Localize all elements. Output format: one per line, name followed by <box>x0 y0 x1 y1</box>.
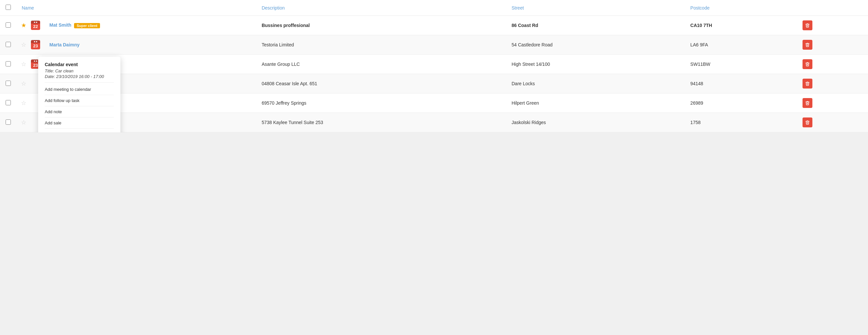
delete-button[interactable] <box>803 79 812 89</box>
row-street-cell: Jaskolski Ridges <box>506 113 685 132</box>
row-checkbox-cell <box>0 113 17 132</box>
delete-button[interactable] <box>803 40 812 50</box>
row-description-cell: 69570 Jeffrey Springs <box>256 93 506 113</box>
row-postcode-cell: LA6 9FA <box>685 35 797 55</box>
row-checkbox[interactable] <box>6 61 11 66</box>
contact-badge: Super client <box>74 23 100 28</box>
popup-action-add-invoice[interactable]: Add invoice <box>45 129 114 132</box>
row-delete-cell <box>797 16 868 35</box>
row-checkbox[interactable] <box>6 119 11 125</box>
row-street-cell: Hilpert Green <box>506 93 685 113</box>
row-checkbox[interactable] <box>6 81 11 86</box>
table-row: ☆5738 Kaylee Tunnel Suite 253Jaskolski R… <box>0 113 868 132</box>
row-postcode-cell: 94148 <box>685 74 797 93</box>
row-postcode-cell: SW11BW <box>685 55 797 74</box>
star-icon[interactable]: ★ <box>21 22 26 29</box>
select-all-checkbox[interactable] <box>6 5 11 10</box>
row-name-cell: Mat SmithSuper client <box>44 16 256 35</box>
row-description-cell: Bussines proffesional <box>256 16 506 35</box>
row-postcode-cell: 1758 <box>685 113 797 132</box>
star-icon[interactable]: ☆ <box>21 119 26 126</box>
row-description-cell: Testoria Limited <box>256 35 506 55</box>
row-checkbox[interactable] <box>6 22 11 28</box>
star-icon[interactable]: ☆ <box>21 61 26 67</box>
row-delete-cell <box>797 93 868 113</box>
row-checkbox[interactable] <box>6 42 11 47</box>
popup-divider <box>45 82 114 83</box>
delete-button[interactable] <box>803 118 812 127</box>
header-actions <box>797 0 868 16</box>
calendar-icon[interactable]: ■ ■23 <box>31 40 40 49</box>
row-star-cell: ☆ <box>17 74 30 93</box>
star-icon[interactable]: ☆ <box>21 100 26 106</box>
popup-action-add-follow-up-task[interactable]: Add follow up task <box>45 95 114 106</box>
popup-date-label: Date: <box>45 74 55 79</box>
row-postcode-cell: 26989 <box>685 93 797 113</box>
contact-name-link[interactable]: Mat Smith <box>49 22 71 28</box>
row-description-cell: 04808 Ceasar Isle Apt. 651 <box>256 74 506 93</box>
row-star-cell: ★ <box>17 16 30 35</box>
row-checkbox-cell <box>0 16 17 35</box>
row-checkbox-cell <box>0 93 17 113</box>
popup-actions-list: Add meeting to calendarAdd follow up tas… <box>45 84 114 132</box>
header-checkbox-cell <box>0 0 17 16</box>
popup-title: Calendar event <box>45 62 114 67</box>
popup-title-label: Title: <box>45 68 54 73</box>
row-delete-cell <box>797 55 868 74</box>
row-checkbox-cell <box>0 74 17 93</box>
row-street-cell: Dare Locks <box>506 74 685 93</box>
delete-button[interactable] <box>803 21 812 30</box>
row-street-cell: 54 Castledore Road <box>506 35 685 55</box>
popup-event-title-line: Title: Car clean <box>45 68 114 73</box>
star-icon[interactable]: ☆ <box>21 41 26 48</box>
calendar-icon[interactable]: ■ ■22 <box>31 21 40 30</box>
popup-title-value: Car clean <box>55 68 74 73</box>
popup-action-add-note[interactable]: Add note <box>45 106 114 118</box>
row-checkbox-cell <box>0 35 17 55</box>
row-street-cell: 86 Coast Rd <box>506 16 685 35</box>
row-star-cell: ☆ <box>17 55 30 74</box>
header-name: Name <box>17 0 256 16</box>
popup-date-value: 23/10/2019 16:00 - 17:00 <box>56 74 104 79</box>
row-delete-cell <box>797 113 868 132</box>
row-star-cell: ☆ <box>17 35 30 55</box>
row-postcode-cell: CA10 7TH <box>685 16 797 35</box>
row-calendar-cell: ■ ■22 <box>30 16 44 35</box>
popup-event-date-line: Date: 23/10/2019 16:00 - 17:00 <box>45 74 114 79</box>
header-street: Street <box>506 0 685 16</box>
row-delete-cell <box>797 35 868 55</box>
row-star-cell: ☆ <box>17 113 30 132</box>
delete-button[interactable] <box>803 59 812 69</box>
row-calendar-cell: ■ ■23 <box>30 35 44 55</box>
row-checkbox-cell <box>0 55 17 74</box>
row-description-cell: Asante Group LLC <box>256 55 506 74</box>
delete-button[interactable] <box>803 98 812 108</box>
row-checkbox[interactable] <box>6 100 11 105</box>
header-postcode: Postcode <box>685 0 797 16</box>
table-row: ★■ ■22Mat SmithSuper clientBussines prof… <box>0 16 868 35</box>
row-description-cell: 5738 Kaylee Tunnel Suite 253 <box>256 113 506 132</box>
table-row: ☆04808 Ceasar Isle Apt. 651Dare Locks941… <box>0 74 868 93</box>
row-star-cell: ☆ <box>17 93 30 113</box>
popup-action-add-meeting-to-calendar[interactable]: Add meeting to calendar <box>45 84 114 95</box>
contacts-table-container: Name Description Street Postcode ★■ ■22M… <box>0 0 868 132</box>
header-description: Description <box>256 0 506 16</box>
row-delete-cell <box>797 74 868 93</box>
star-icon[interactable]: ☆ <box>21 80 26 87</box>
calendar-event-popup: Calendar event Title: Car clean Date: 23… <box>38 57 120 132</box>
row-name-cell: Marta Daimny <box>44 35 256 55</box>
row-street-cell: High Street 14/100 <box>506 55 685 74</box>
table-row: ☆■ ■23Marta DaimnyTestoria Limited54 Cas… <box>0 35 868 55</box>
table-row: ☆■ ■23Martin KowalskyVIPAsante Group LLC… <box>0 55 868 74</box>
popup-action-add-sale[interactable]: Add sale <box>45 118 114 129</box>
table-row: ☆tag2tag369570 Jeffrey SpringsHilpert Gr… <box>0 93 868 113</box>
contacts-table: Name Description Street Postcode ★■ ■22M… <box>0 0 868 132</box>
contact-name-link[interactable]: Marta Daimny <box>49 42 80 48</box>
